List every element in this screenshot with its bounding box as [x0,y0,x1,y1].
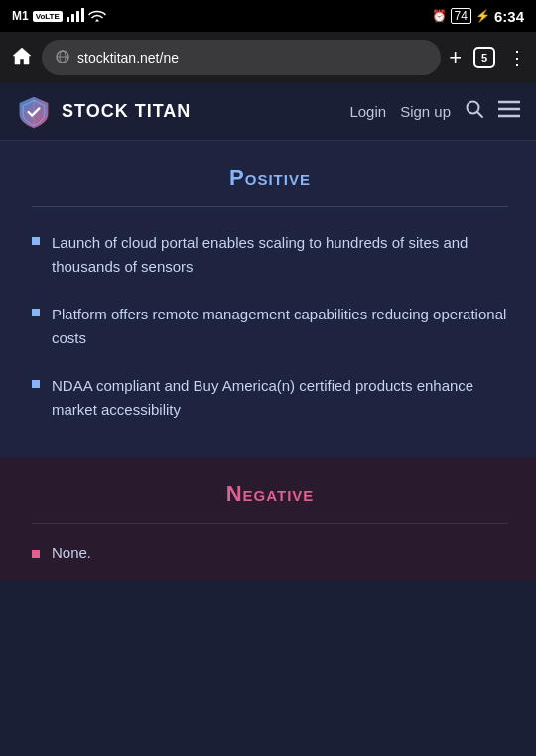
volte-badge: VoLTE [33,11,63,22]
list-item: Launch of cloud portal enables scaling t… [32,231,508,279]
alarm-icon: ⏰ [432,9,447,23]
charging-icon: ⚡ [475,9,490,23]
svg-rect-1 [71,14,74,22]
bullet-square-icon [32,237,40,245]
login-link[interactable]: Login [349,103,386,120]
positive-bullet-list: Launch of cloud portal enables scaling t… [32,231,508,422]
positive-item-3: NDAA compliant and Buy America(n) certif… [52,374,508,422]
carrier-text: M1 [12,9,29,23]
status-right: ⏰ 74 ⚡ 6:34 [432,8,524,25]
hamburger-menu-icon[interactable] [498,100,520,123]
browser-menu-button[interactable]: ⋮ [507,46,526,69]
negative-title: Negative [32,481,508,507]
positive-title: Positive [32,165,508,190]
browser-home-button[interactable] [10,46,34,70]
wifi-icon [88,8,106,25]
tab-switcher-button[interactable]: 5 [473,47,495,68]
url-security-icon [56,50,69,66]
browser-chrome: stocktitan.net/ne + 5 ⋮ [0,32,536,83]
bullet-square-icon [32,380,40,388]
svg-rect-2 [76,11,79,22]
site-title-text: STOCK TITAN [62,101,191,122]
negative-section: Negative None. [0,457,536,580]
status-left: M1 VoLTE [12,8,106,25]
logo-shield-icon [16,94,52,130]
browser-actions: + 5 ⋮ [449,45,526,70]
svg-line-8 [477,112,482,117]
negative-item-1: None. [52,544,91,561]
site-header: STOCK TITAN Login Sign up [0,83,536,141]
url-text: stocktitan.net/ne [77,50,179,65]
svg-rect-3 [81,8,84,22]
positive-item-1: Launch of cloud portal enables scaling t… [52,231,508,279]
search-icon[interactable] [465,99,484,124]
battery-indicator: 74 [451,8,471,24]
main-content: Positive Launch of cloud portal enables … [0,141,536,756]
list-item: NDAA compliant and Buy America(n) certif… [32,374,508,422]
svg-rect-0 [67,17,69,22]
positive-item-2: Platform offers remote management capabi… [52,303,508,350]
new-tab-button[interactable]: + [449,45,462,70]
site-nav: Login Sign up [349,99,520,124]
positive-divider [32,206,508,207]
list-item: Platform offers remote management capabi… [32,303,508,350]
signup-link[interactable]: Sign up [400,103,451,120]
negative-bullet-list: None. [32,544,508,561]
positive-section: Positive Launch of cloud portal enables … [0,141,536,457]
bullet-square-icon [32,309,40,316]
signal-icon [67,8,84,25]
browser-url-bar[interactable]: stocktitan.net/ne [42,40,441,75]
site-logo[interactable]: STOCK TITAN [16,94,191,130]
time-display: 6:34 [494,8,524,25]
status-bar: M1 VoLTE ⏰ 74 ⚡ 6:3 [0,0,536,32]
negative-divider [32,523,508,524]
bullet-square-icon [32,550,40,558]
